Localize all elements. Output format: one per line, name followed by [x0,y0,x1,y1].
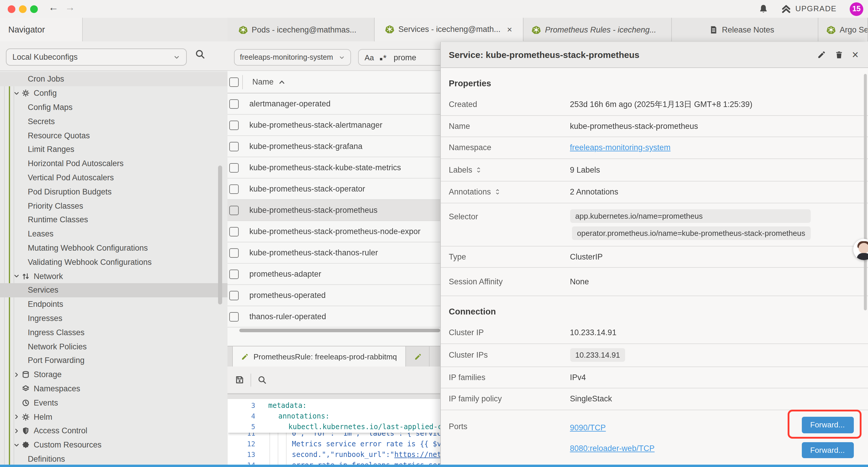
search-icon[interactable] [195,49,205,59]
sidebar-item[interactable]: Services [0,283,227,297]
sidebar-item[interactable]: Storage [0,368,227,382]
sidebar-item[interactable]: Config [0,86,227,100]
sidebar-item[interactable]: Network [0,269,227,283]
sidebar-item[interactable]: Vertical Pod Autoscalers [0,171,227,185]
sidebar-item[interactable]: Endpoints [0,297,227,312]
chevron-down-icon[interactable] [13,272,20,280]
maximize-window-button[interactable] [30,5,38,13]
sidebar-item[interactable]: Namespaces [0,382,227,396]
dock-tab-prometheusrule[interactable]: PrometheusRule: freeleaps-prod-rabbitmq [232,346,406,367]
table-row[interactable]: kube-prometheus-stack-operator [227,178,440,200]
row-checkbox[interactable] [229,269,239,279]
row-checkbox[interactable] [229,184,239,194]
table-row[interactable]: kube-prometheus-stack-prometheus-node-ex… [227,221,440,242]
sidebar-item[interactable]: Leases [0,227,227,241]
row-checkbox[interactable] [229,163,239,172]
sidebar-item[interactable]: Config Maps [0,100,227,114]
table-hscrollbar-thumb[interactable] [239,329,440,332]
chevron-right-icon[interactable] [13,371,20,378]
sidebar-item[interactable]: Network Policies [0,339,227,353]
chevron-down-icon[interactable] [13,441,20,448]
kubeconfig-select[interactable]: Local Kubeconfigs [6,49,187,66]
navigator-panel-tab[interactable]: Navigator [0,18,83,41]
sidebar-item[interactable]: Priority Classes [0,199,227,213]
chevron-right-icon[interactable] [13,428,20,435]
sidebar-item[interactable]: Validating Webhook Configurations [0,255,227,269]
close-window-button[interactable] [8,5,16,13]
table-row[interactable]: kube-prometheus-stack-kube-state-metrics [227,157,440,178]
notification-count-badge[interactable]: 15 [850,2,863,16]
sort-ascending-icon[interactable] [278,78,285,85]
table-row[interactable]: prometheus-operated [227,285,440,306]
dock-tab-second[interactable] [406,346,430,367]
table-row[interactable]: thanos-ruler-operated [227,306,440,327]
table-row[interactable]: alertmanager-operated [227,93,440,115]
sidebar-item[interactable]: Pod Disruption Budgets [0,185,227,199]
row-checkbox[interactable] [229,291,239,300]
sidebar-item[interactable]: Helm [0,410,227,424]
table-row[interactable]: kube-prometheus-stack-grafana [227,136,440,157]
table-row[interactable]: kube-prometheus-stack-thanos-ruler [227,242,440,264]
row-checkbox[interactable] [229,99,239,109]
save-icon[interactable] [235,375,244,384]
app-tab[interactable]: Prometheus Rules - icecheng... [524,18,672,41]
expand-annotations-icon[interactable] [495,188,500,196]
app-tab[interactable]: Argo Se [818,18,868,41]
row-checkbox[interactable] [229,205,239,215]
upgrade-icon[interactable] [781,4,791,13]
sidebar-item[interactable]: Port Forwarding [0,353,227,368]
row-checkbox[interactable] [229,227,239,236]
tree-chevron-icon[interactable] [13,399,20,406]
select-all-checkbox[interactable] [229,77,239,87]
sidebar-item[interactable]: Resource Quotas [0,128,227,143]
upgrade-button[interactable]: UPGRADE [795,4,837,13]
forward-button-8080[interactable]: Forward... [802,442,854,458]
sidebar-item[interactable]: Horizontal Pod Autoscalers [0,157,227,171]
close-icon[interactable]: × [852,49,859,60]
tree-chevron-icon[interactable] [13,385,20,392]
sidebar-item[interactable]: Runtime Classes [0,213,227,227]
editor-search-icon[interactable] [258,375,267,384]
table-row[interactable]: prometheus-adapter [227,264,440,285]
app-tab[interactable]: Services - icecheng@math... × [375,18,524,41]
minimize-window-button[interactable] [19,5,27,13]
tab-close-icon[interactable]: × [507,24,512,34]
sidebar-item[interactable]: Definitions [0,452,227,466]
name-column-header[interactable]: Name [252,78,274,86]
forward-arrow-icon[interactable]: → [65,2,75,13]
bell-icon[interactable] [759,4,768,13]
row-checkbox[interactable] [229,142,239,151]
row-checkbox[interactable] [229,312,239,321]
trash-icon[interactable] [835,50,843,59]
match-case-toggle[interactable]: Aa [365,53,374,62]
table-row[interactable]: kube-prometheus-stack-alertmanager [227,115,440,136]
edit-icon[interactable] [817,50,826,59]
chevron-down-icon[interactable] [13,90,20,97]
sidebar-item[interactable]: Custom Resources [0,438,227,452]
sidebar-item[interactable]: Access Control [0,424,227,438]
back-arrow-icon[interactable]: ← [49,2,59,13]
namespace-select[interactable]: freeleaps-monitoring-system [234,49,351,66]
port-8080-link[interactable]: 8080:reloader-web/TCP [570,444,655,453]
yaml-editor[interactable]: 11 0", "for": "1m", "labels": {"service"… [228,399,440,465]
namespace-link[interactable]: freeleaps-monitoring-system [570,143,671,152]
sidebar-item[interactable]: Limit Ranges [0,143,227,157]
app-tab[interactable]: Pods - icecheng@mathmas... [227,18,375,41]
sidebar-item[interactable]: Events [0,396,227,410]
chevron-right-icon[interactable] [13,413,20,420]
search-input[interactable] [393,52,442,62]
editor-link[interactable]: https://nete [395,450,440,459]
table-row[interactable]: kube-prometheus-stack-prometheus [227,200,440,221]
sidebar-item[interactable]: Ingress Classes [0,325,227,340]
sidebar-item[interactable]: Secrets [0,114,227,128]
sidebar-item[interactable]: Mutating Webhook Configurations [0,241,227,255]
port-9090-link[interactable]: 9090/TCP [570,423,606,432]
app-tab[interactable]: Release Notes [672,18,818,41]
row-checkbox[interactable] [229,120,239,130]
expand-labels-icon[interactable] [476,166,482,174]
drawer-scrollbar-thumb[interactable] [864,74,867,310]
row-checkbox[interactable] [229,248,239,258]
regex-toggle[interactable]: * [380,52,387,62]
sidebar-item[interactable]: Cron Jobs [0,72,227,86]
navigator-scrollbar-thumb[interactable] [218,166,222,304]
